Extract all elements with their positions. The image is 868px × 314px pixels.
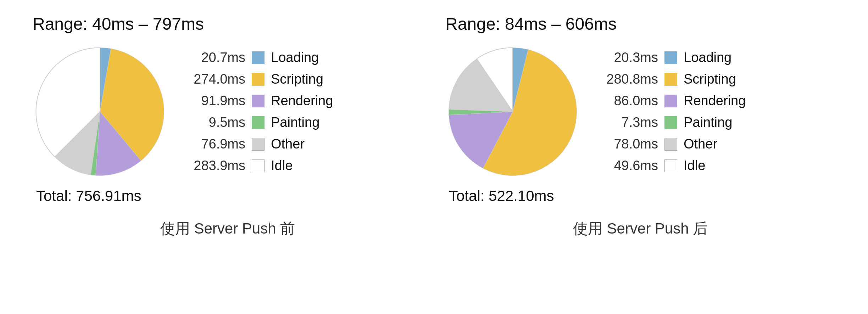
legend-name: Idle	[271, 158, 293, 173]
legend-item: 9.5msPainting	[189, 115, 333, 130]
legend-item: 76.9msOther	[189, 136, 333, 152]
legend-item: 280.8msScripting	[601, 72, 746, 87]
legend-name: Other	[271, 136, 305, 152]
left-range-label: Range: 40ms – 797ms	[33, 14, 204, 34]
legend-swatch	[252, 51, 265, 64]
legend-swatch	[664, 138, 677, 151]
right-range-label: Range: 84ms – 606ms	[445, 14, 617, 34]
main-container: Range: 40ms – 797ms 20.7msLoading274.0ms…	[21, 14, 847, 239]
left-total-label: Total: 756.91ms	[33, 187, 141, 204]
legend-swatch	[252, 95, 265, 107]
legend-item: 7.3msPainting	[601, 115, 746, 130]
legend-swatch	[664, 116, 677, 129]
legend-value: 7.3ms	[601, 115, 658, 130]
legend-name: Rendering	[271, 93, 333, 108]
legend-swatch	[252, 116, 265, 129]
legend-swatch	[664, 159, 677, 172]
left-pie-chart	[33, 44, 167, 179]
right-total-label: Total: 522.10ms	[445, 187, 554, 204]
legend-item: 274.0msScripting	[189, 72, 333, 87]
legend-name: Rendering	[684, 93, 746, 108]
legend-name: Loading	[684, 50, 731, 65]
legend-item: 86.0msRendering	[601, 93, 746, 108]
legend-name: Other	[684, 136, 717, 152]
left-caption: 使用 Server Push 前	[33, 219, 423, 239]
right-pie-wrapper	[445, 44, 580, 179]
legend-value: 280.8ms	[601, 72, 658, 87]
legend-swatch	[664, 73, 677, 86]
right-chart-row: 20.3msLoading280.8msScripting86.0msRende…	[445, 44, 746, 179]
legend-name: Painting	[271, 115, 319, 130]
legend-item: 49.6msIdle	[601, 158, 746, 173]
left-chart-row: 20.7msLoading274.0msScripting91.9msRende…	[33, 44, 333, 179]
legend-swatch	[252, 73, 265, 86]
legend-value: 20.7ms	[189, 50, 245, 65]
legend-item: 78.0msOther	[601, 136, 746, 152]
legend-value: 9.5ms	[189, 115, 245, 130]
legend-name: Loading	[271, 50, 319, 65]
legend-swatch	[252, 159, 265, 172]
legend-item: 20.7msLoading	[189, 50, 333, 65]
legend-value: 49.6ms	[601, 158, 658, 173]
legend-value: 78.0ms	[601, 136, 658, 152]
left-legend: 20.7msLoading274.0msScripting91.9msRende…	[189, 50, 333, 173]
legend-name: Painting	[684, 115, 732, 130]
left-chart-section: Range: 40ms – 797ms 20.7msLoading274.0ms…	[33, 14, 423, 239]
legend-value: 283.9ms	[189, 158, 245, 173]
legend-name: Scripting	[684, 72, 736, 87]
legend-value: 20.3ms	[601, 50, 658, 65]
legend-swatch	[664, 51, 677, 64]
right-legend: 20.3msLoading280.8msScripting86.0msRende…	[601, 50, 746, 173]
legend-swatch	[252, 138, 265, 151]
legend-value: 76.9ms	[189, 136, 245, 152]
legend-name: Scripting	[271, 72, 323, 87]
legend-item: 91.9msRendering	[189, 93, 333, 108]
legend-swatch	[664, 95, 677, 107]
legend-item: 283.9msIdle	[189, 158, 333, 173]
right-pie-chart	[445, 44, 580, 179]
legend-value: 91.9ms	[189, 93, 245, 108]
legend-value: 274.0ms	[189, 72, 245, 87]
legend-name: Idle	[684, 158, 705, 173]
legend-item: 20.3msLoading	[601, 50, 746, 65]
right-caption: 使用 Server Push 后	[445, 219, 835, 239]
legend-value: 86.0ms	[601, 93, 658, 108]
left-pie-wrapper	[33, 44, 167, 179]
right-chart-section: Range: 84ms – 606ms 20.3msLoading280.8ms…	[445, 14, 835, 239]
